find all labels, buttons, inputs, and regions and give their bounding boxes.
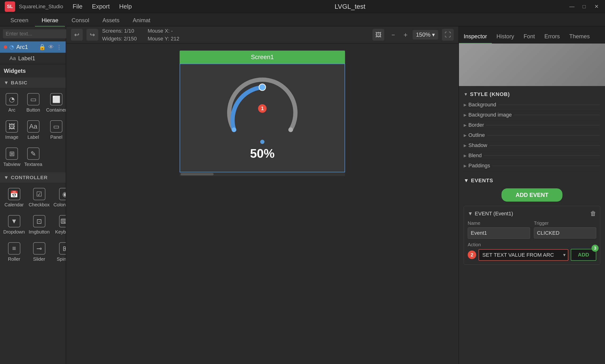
tab-history[interactable]: History (492, 30, 519, 43)
search-input[interactable] (3, 29, 74, 38)
titlebar: SL SquareLine_Studio File Export Help LV… (0, 0, 605, 13)
tab-assets[interactable]: Assets (96, 15, 126, 26)
action-select[interactable]: SET TEXT VALUE FROM ARC (478, 249, 568, 261)
widget-image-label: Image (5, 134, 18, 140)
svg-point-2 (288, 127, 293, 132)
style-background-image[interactable]: ▶ Background image (464, 110, 600, 120)
event-name-input[interactable] (468, 227, 530, 239)
events-header: ▼ EVENTS (464, 178, 600, 186)
arc-widget[interactable]: 1 (222, 75, 303, 142)
event-trigger-select[interactable]: CLICKED PRESSED RELEASED VALUE_CHANGED (534, 227, 596, 238)
style-outline-arrow: ▶ (464, 133, 466, 138)
sidebar-search-bar: ☰ (0, 26, 66, 41)
horizontal-scrollbar[interactable] (180, 172, 345, 176)
widget-panel[interactable]: ▭ Panel (45, 117, 66, 143)
widget-slider[interactable]: ⊸ Slider (27, 239, 51, 265)
tab-animat[interactable]: Animat (126, 15, 157, 26)
style-paddings-label: Paddings (468, 163, 490, 169)
toolbar: ↩ ↪ Screens: 1/10 Widgets: 2/150 Mouse X… (66, 26, 459, 43)
menu-export[interactable]: Export (92, 3, 110, 10)
style-bg-image-line (514, 115, 600, 115)
zoom-out-button[interactable]: － (388, 29, 399, 40)
widget-arc[interactable]: ◔ Arc (2, 90, 22, 116)
tab-screen[interactable]: Screen (4, 15, 35, 26)
widget-keyboard-label: Keyboard (55, 229, 66, 235)
tab-font[interactable]: Font (519, 30, 540, 43)
lock-icon[interactable]: 🔒 (39, 44, 46, 50)
style-blend[interactable]: ▶ Blend (464, 151, 600, 161)
zoom-value[interactable]: 150% ▾ (413, 30, 438, 39)
widget-slider-icon: ⊸ (33, 242, 45, 255)
widget-container[interactable]: ⬜ Container (45, 90, 66, 116)
more-icon[interactable]: ⋮ (56, 44, 62, 50)
event-delete-button[interactable]: 🗑 (590, 210, 596, 217)
tab-inspector[interactable]: Inspector (459, 30, 492, 43)
arc-bottom-handle[interactable] (260, 140, 264, 144)
style-paddings[interactable]: ▶ Paddings (464, 161, 600, 171)
tab-consol[interactable]: Consol (65, 15, 96, 26)
event-block-title-label: EVENT (Event1) (475, 211, 513, 217)
screen-title-bar: Screen1 (180, 51, 345, 64)
style-border-label: Border (468, 122, 484, 128)
widget-textarea[interactable]: ✎ Textarea (23, 144, 44, 170)
widget-label[interactable]: Aa Label (23, 117, 44, 143)
style-background-arrow: ▶ (464, 103, 466, 107)
tree-item-arc1[interactable]: ◔ Arc1 🔒 👁 ⋮ (0, 41, 66, 53)
zoom-in-button[interactable]: ＋ (400, 29, 411, 40)
image-view-button[interactable]: 🖼 (373, 29, 384, 41)
toolbar-screen-info: Screens: 1/10 Widgets: 2/150 (102, 27, 137, 42)
app-logo: SL (5, 1, 15, 12)
widget-button[interactable]: ▭ Button (23, 90, 44, 116)
style-outline[interactable]: ▶ Outline (464, 130, 600, 140)
style-section-arrow: ▼ (464, 92, 468, 97)
menu-bar: File Export Help (73, 3, 132, 10)
style-bg-image-arrow: ▶ (464, 113, 466, 117)
right-panel-content: ▼ STYLE (KNOB) ▶ Background ▶ Background… (459, 43, 605, 364)
menu-help[interactable]: Help (119, 3, 132, 10)
style-shadow-label: Shadow (468, 142, 487, 148)
widget-spinbox[interactable]: ⊞ Spinbox (52, 239, 66, 265)
redo-button[interactable]: ↪ (87, 29, 98, 41)
arc1-actions: 🔒 👁 ⋮ (39, 44, 62, 50)
widget-textarea-label: Textarea (24, 162, 42, 167)
widget-calendar-icon: 📅 (8, 188, 20, 200)
style-section: ▼ STYLE (KNOB) ▶ Background ▶ Background… (459, 86, 605, 174)
eye-icon[interactable]: 👁 (48, 44, 54, 50)
menu-file[interactable]: File (73, 3, 82, 10)
tab-themes[interactable]: Themes (565, 30, 595, 43)
event-trigger-label: Trigger (534, 221, 596, 226)
widget-roller[interactable]: ≡ Roller (2, 239, 26, 265)
widget-dropdown[interactable]: ▼ Dropdown (2, 212, 26, 238)
style-shadow-arrow: ▶ (464, 143, 466, 148)
maximize-button[interactable]: □ (580, 3, 588, 10)
style-border[interactable]: ▶ Border (464, 120, 600, 130)
undo-button[interactable]: ↩ (71, 29, 83, 41)
widget-keyboard[interactable]: ⌨ Keyboard (52, 212, 66, 238)
style-shadow[interactable]: ▶ Shadow (464, 140, 600, 151)
widget-imgbutton-label: Imgbutton (29, 229, 50, 235)
tab-errors[interactable]: Errors (540, 30, 564, 43)
widget-calendar[interactable]: 📅 Calendar (2, 185, 26, 211)
close-button[interactable]: ✕ (593, 3, 600, 10)
widget-imgbutton[interactable]: ⊡ Imgbutton (27, 212, 51, 238)
widget-dropdown-label: Dropdown (3, 229, 25, 235)
canvas-area: Screen1 (66, 43, 459, 364)
event-name-field: Name (468, 221, 530, 239)
tree-item-label1[interactable]: Aa Label1 (0, 53, 66, 64)
widget-checkbox[interactable]: ☑ Checkbox (27, 185, 51, 211)
widget-colorwheel[interactable]: ◉ Colorwheel (52, 185, 66, 211)
fullscreen-button[interactable]: ⛶ (442, 29, 454, 41)
style-background-line (498, 105, 600, 105)
screen-canvas[interactable]: 1 50% (180, 64, 345, 172)
widget-tabview[interactable]: ⊞ Tabview (2, 144, 22, 170)
section-basic-label: BASIC (11, 80, 27, 86)
tab-hierae[interactable]: Hierae (35, 15, 65, 26)
arc1-icon: ◔ (10, 44, 14, 50)
add-event-button[interactable]: ADD EVENT (502, 188, 563, 202)
events-title: EVENTS (471, 178, 493, 184)
minimize-button[interactable]: — (568, 3, 576, 10)
section-controller-arrow: ▼ (4, 175, 9, 180)
event-block-header: ▼ EVENT (Event1) 🗑 (468, 210, 596, 217)
style-background[interactable]: ▶ Background (464, 100, 600, 110)
widget-image[interactable]: 🖼 Image (2, 117, 22, 143)
